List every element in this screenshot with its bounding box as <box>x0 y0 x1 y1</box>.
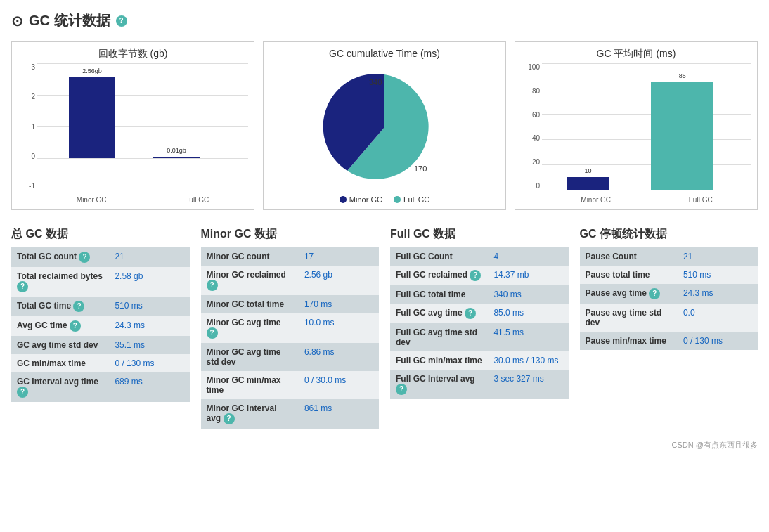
svg-text:170: 170 <box>414 164 427 173</box>
total-gc-column: 总 GC 数据 Total GC count ? 21 Total reclai… <box>11 227 190 429</box>
minor-gc-dot <box>340 196 347 203</box>
table-row: Total GC count ? 21 <box>11 247 190 267</box>
table-row: Minor GC count 17 <box>201 247 380 266</box>
footer-text: CSDN @有点东西且很多 <box>672 441 758 449</box>
help-icon[interactable]: ? <box>73 301 84 312</box>
minor-gc-title: Minor GC 数据 <box>201 227 380 242</box>
table-row: Full GC min/max time 30.0 ms / 130 ms <box>390 351 569 370</box>
legend-minor-gc: Minor GC <box>340 195 382 204</box>
table-row: Minor GC reclaimed ? 2.56 gb <box>201 266 380 295</box>
title-help-icon[interactable]: ? <box>116 15 127 27</box>
pie-svg: 340 170 <box>314 67 455 187</box>
table-row: Total GC time ? 510 ms <box>11 297 190 316</box>
minor-gc-column: Minor GC 数据 Minor GC count 17 Minor GC r… <box>201 227 380 429</box>
table-row: Pause Count 21 <box>580 247 758 266</box>
full-gc-table: Full GC Count 4 Full GC reclaimed ? 14.3… <box>390 247 569 399</box>
bar-chart-2-title: GC 平均时间 (ms) <box>521 48 751 60</box>
footer: CSDN @有点东西且很多 <box>11 440 758 450</box>
table-row: Minor GC Interval avg ? 861 ms <box>201 399 380 429</box>
table-row: Pause total time 510 ms <box>580 266 758 284</box>
svg-text:340: 340 <box>369 78 382 86</box>
help-icon[interactable]: ? <box>17 281 28 292</box>
table-row: Full GC avg time std dev 41.5 ms <box>390 323 569 351</box>
minor-gc-table: Minor GC count 17 Minor GC reclaimed ? 2… <box>201 247 380 429</box>
bar-chart-1-title: 回收字节数 (gb) <box>18 48 248 60</box>
bar-chart-1-area: 3 2 1 0 -1 2.56gb <box>18 63 248 204</box>
help-icon[interactable]: ? <box>649 288 660 299</box>
pie-chart-box: GC cumulative Time (ms) 340 170 Minor GC <box>263 41 506 210</box>
table-row: Total reclaimed bytes ? 2.58 gb <box>11 267 190 297</box>
pause-gc-column: GC 停顿统计数据 Pause Count 21 Pause total tim… <box>580 227 758 429</box>
data-section: 总 GC 数据 Total GC count ? 21 Total reclai… <box>11 227 758 429</box>
table-row: Full GC Count 4 <box>390 247 569 266</box>
full-gc-bar: 0.01gb <box>153 157 200 158</box>
full-gc-column: Full GC 数据 Full GC Count 4 Full GC recla… <box>390 227 569 429</box>
pie-legend: Minor GC Full GC <box>340 195 429 204</box>
help-icon[interactable]: ? <box>79 252 90 263</box>
total-gc-table: Total GC count ? 21 Total reclaimed byte… <box>11 247 190 402</box>
page-title: ⊙ GC 统计数据 ? <box>11 11 758 30</box>
pie-chart-area: 340 170 Minor GC Full GC <box>269 62 500 204</box>
legend-full-gc: Full GC <box>394 195 429 204</box>
table-row: Full GC reclaimed ? 14.37 mb <box>390 266 569 285</box>
pause-gc-table: Pause Count 21 Pause total time 510 ms P… <box>580 247 758 350</box>
table-row: Full GC avg time ? 85.0 ms <box>390 304 569 323</box>
total-gc-title: 总 GC 数据 <box>11 227 190 242</box>
table-row: Full GC total time 340 ms <box>390 285 569 304</box>
help-icon[interactable]: ? <box>17 387 28 398</box>
pause-gc-title: GC 停顿统计数据 <box>580 227 758 242</box>
help-icon[interactable]: ? <box>465 308 476 319</box>
help-icon[interactable]: ? <box>70 320 81 332</box>
table-row: GC Interval avg time ? 689 ms <box>11 372 190 402</box>
help-icon[interactable]: ? <box>470 270 481 281</box>
full-gc-avg-bar: 85 <box>651 82 713 190</box>
table-row: GC avg time std dev 35.1 ms <box>11 336 190 354</box>
table-row: Minor GC avg time std dev 6.86 ms <box>201 343 380 371</box>
table-row: Minor GC avg time ? 10.0 ms <box>201 313 380 343</box>
gc-icon: ⊙ <box>11 13 23 30</box>
pie-chart-title: GC cumulative Time (ms) <box>269 48 500 59</box>
full-gc-title: Full GC 数据 <box>390 227 569 242</box>
table-row: Pause min/max time 0 / 130 ms <box>580 332 758 350</box>
table-row: Pause avg time std dev 0.0 <box>580 304 758 332</box>
table-row: Full GC Interval avg ? 3 sec 327 ms <box>390 370 569 399</box>
help-icon[interactable]: ? <box>207 280 218 291</box>
table-row: Avg GC time ? 24.3 ms <box>11 316 190 336</box>
table-row: Minor GC min/max time 0 / 30.0 ms <box>201 371 380 399</box>
full-gc-dot <box>394 196 401 203</box>
minor-gc-avg-bar: 10 <box>567 177 609 190</box>
table-row: Pause avg time ? 24.3 ms <box>580 284 758 304</box>
bar-chart-1: 回收字节数 (gb) 3 2 1 0 -1 <box>11 41 254 210</box>
table-row: GC min/max time 0 / 130 ms <box>11 354 190 372</box>
help-icon[interactable]: ? <box>224 413 235 424</box>
charts-row: 回收字节数 (gb) 3 2 1 0 -1 <box>11 41 758 210</box>
help-icon[interactable]: ? <box>396 384 407 395</box>
minor-gc-bar: 2.56gb <box>69 77 115 158</box>
help-icon[interactable]: ? <box>207 327 218 339</box>
table-row: Minor GC total time 170 ms <box>201 295 380 313</box>
bar-chart-2: GC 平均时间 (ms) 100 80 60 40 20 0 <box>515 41 758 210</box>
